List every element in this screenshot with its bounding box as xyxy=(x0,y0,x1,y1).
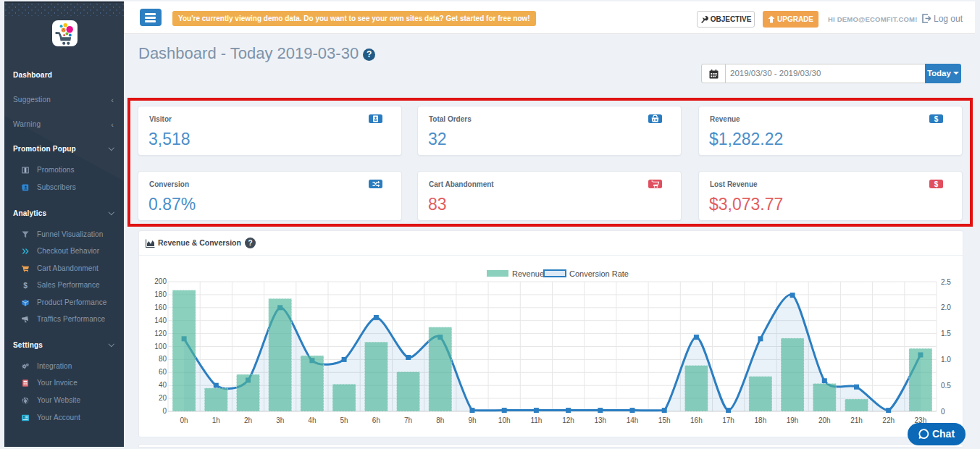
svg-text:18h: 18h xyxy=(755,416,767,424)
svg-text:0: 0 xyxy=(162,407,167,415)
svg-text:19h: 19h xyxy=(787,416,799,424)
svg-text:$: $ xyxy=(934,115,939,123)
svg-text:8h: 8h xyxy=(436,416,444,424)
svg-text:4h: 4h xyxy=(308,416,316,424)
svg-text:200: 200 xyxy=(154,277,167,285)
svg-text:40: 40 xyxy=(159,381,167,389)
svg-text:5h: 5h xyxy=(340,416,348,424)
svg-text:180: 180 xyxy=(154,290,167,298)
svg-text:16h: 16h xyxy=(690,416,703,424)
svg-text:1h: 1h xyxy=(212,416,220,424)
svg-text:7h: 7h xyxy=(404,416,412,424)
svg-text:120: 120 xyxy=(154,330,167,337)
svg-text:17h: 17h xyxy=(722,416,734,424)
svg-text:1.0: 1.0 xyxy=(941,356,951,364)
svg-text:2.0: 2.0 xyxy=(941,303,951,311)
svg-text:3h: 3h xyxy=(276,416,284,424)
svg-text:20h: 20h xyxy=(818,416,831,424)
svg-text:2.5: 2.5 xyxy=(941,278,951,286)
svg-text:20: 20 xyxy=(159,394,167,402)
svg-text:100: 100 xyxy=(154,343,167,351)
svg-text:10h: 10h xyxy=(498,416,511,424)
svg-text:140: 140 xyxy=(154,316,167,324)
svg-text:11h: 11h xyxy=(530,416,542,424)
svg-text:22h: 22h xyxy=(882,416,895,424)
svg-text:9h: 9h xyxy=(468,416,476,424)
svg-text:160: 160 xyxy=(154,303,167,311)
svg-text:Conversion Rate: Conversion Rate xyxy=(569,269,629,278)
svg-text:13h: 13h xyxy=(594,416,606,424)
svg-text:6h: 6h xyxy=(372,416,380,424)
svg-text:2h: 2h xyxy=(244,416,252,424)
svg-text:1.5: 1.5 xyxy=(941,330,951,337)
svg-text:$: $ xyxy=(23,282,28,289)
svg-text:$: $ xyxy=(934,180,939,188)
svg-text:14h: 14h xyxy=(627,416,639,424)
svg-text:0h: 0h xyxy=(180,416,188,424)
svg-text:21h: 21h xyxy=(850,416,863,424)
svg-text:15h: 15h xyxy=(658,416,671,424)
svg-text:80: 80 xyxy=(159,355,167,363)
svg-text:Revenue: Revenue xyxy=(512,269,544,278)
svg-text:0.5: 0.5 xyxy=(941,382,951,390)
svg-text:60: 60 xyxy=(159,368,167,376)
svg-text:0: 0 xyxy=(941,408,945,416)
svg-text:12h: 12h xyxy=(562,416,574,424)
